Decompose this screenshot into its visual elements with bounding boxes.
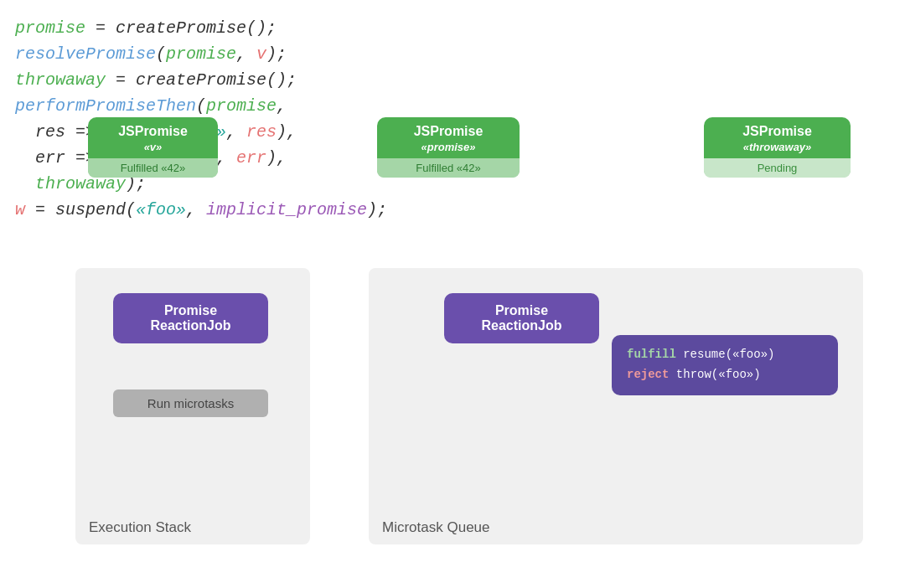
promise-v-title: JSPromise [88, 117, 218, 141]
promise-throwaway-subtitle: «throwaway» [704, 141, 851, 158]
fulfill-reject-box: fulfill resume(«foo») reject throw(«foo»… [612, 335, 838, 395]
reject-line: reject throw(«foo») [627, 365, 823, 385]
right-reaction-job: Promise ReactionJob [444, 293, 599, 343]
promise-node-throwaway: JSPromise «throwaway» Pending [704, 117, 851, 178]
left-reaction-line2: ReactionJob [127, 318, 255, 333]
microtask-queue-label: Microtask Queue [382, 519, 490, 536]
diagram-section: Execution Stack Microtask Queue JSPromis… [0, 226, 905, 588]
microtask-queue-box: Microtask Queue [369, 268, 863, 544]
promise-throwaway-status: Pending [704, 158, 851, 178]
promise-promise-title: JSPromise [377, 117, 520, 141]
reject-rest: throw(«foo») [676, 368, 761, 381]
fulfill-line: fulfill resume(«foo») [627, 345, 823, 365]
promise-node-v: JSPromise «v» Fulfilled «42» [88, 117, 218, 178]
promise-promise-subtitle: «promise» [377, 141, 520, 158]
fulfill-kw: fulfill [627, 348, 676, 361]
promise-promise-status: Fulfilled «42» [377, 158, 520, 178]
promise-throwaway-title: JSPromise [704, 117, 851, 141]
left-reaction-job: Promise ReactionJob [113, 293, 268, 343]
right-reaction-line2: ReactionJob [458, 318, 586, 333]
promise-node-promise: JSPromise «promise» Fulfilled «42» [377, 117, 520, 178]
left-reaction-line1: Promise [127, 303, 255, 318]
code-block: promise = createPromise();resolvePromise… [0, 0, 905, 233]
execution-stack-label: Execution Stack [89, 519, 191, 536]
reject-kw: reject [627, 368, 669, 381]
fulfill-rest: resume(«foo») [683, 348, 774, 361]
right-reaction-line1: Promise [458, 303, 586, 318]
promise-v-subtitle: «v» [88, 141, 218, 158]
run-microtasks-button[interactable]: Run microtasks [113, 389, 268, 417]
promise-v-status: Fulfilled «42» [88, 158, 218, 178]
